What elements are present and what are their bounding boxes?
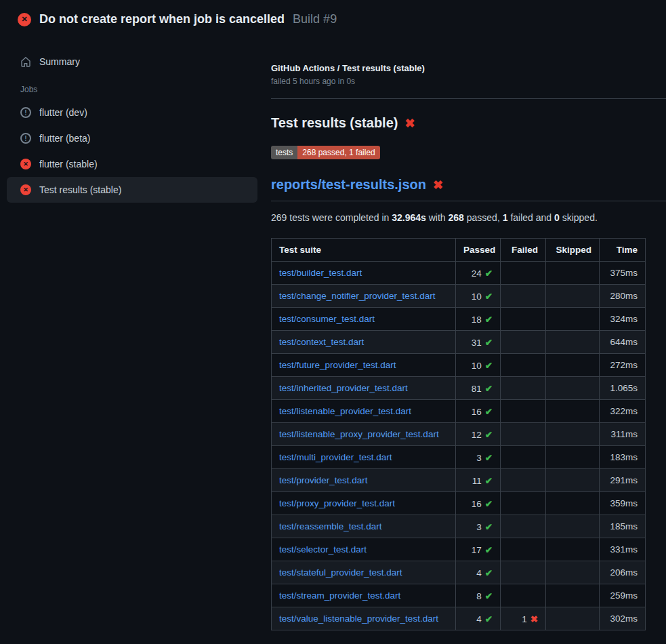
skipped-cell [546,377,600,400]
failed-cell [501,331,546,354]
suite-cell: test/consumer_test.dart [272,308,456,331]
main-content: GitHub Actions / Test results (stable) f… [257,33,666,630]
test-suite-link[interactable]: test/stream_provider_test.dart [279,590,400,601]
test-suite-link[interactable]: test/change_notifier_provider_test.dart [279,291,435,301]
job-label: flutter (beta) [39,133,90,144]
time-cell: 311ms [600,423,646,446]
skipped-cell [546,607,600,630]
failed-cell [501,446,546,469]
test-suite-link[interactable]: test/multi_provider_test.dart [279,452,392,462]
test-suite-link[interactable]: test/value_listenable_provider_test.dart [279,613,438,624]
summary-text: with [426,212,449,223]
suite-cell: test/provider_test.dart [272,469,456,492]
sidebar-job-test-results-stable[interactable]: ✕Test results (stable) [7,177,257,203]
tests-badge: tests 268 passed, 1 failed [271,146,380,159]
suite-cell: test/value_listenable_provider_test.dart [272,607,456,630]
check-icon: ✔ [485,384,493,394]
passed-cell: 10✔ [456,354,501,377]
failed-cell [501,561,546,584]
passed-cell-count: 10 [472,361,482,371]
table-row: test/proxy_provider_test.dart16✔359ms [272,492,646,515]
test-suite-link[interactable]: test/stateful_provider_test.dart [279,567,402,578]
sidebar-job-flutter-beta[interactable]: !flutter (beta) [7,125,257,151]
passed-cell: 18✔ [456,308,501,331]
column-header-time: Time [600,239,646,262]
skipped-cell [546,400,600,423]
passed-cell-count: 17 [472,545,482,555]
passed-cell-count: 18 [472,315,482,325]
skipped-cell [546,492,600,515]
job-label: flutter (stable) [39,159,98,169]
table-row: test/value_listenable_provider_test.dart… [272,607,646,630]
sidebar-job-flutter-stable[interactable]: ✕flutter (stable) [7,151,257,177]
test-suite-link[interactable]: test/proxy_provider_test.dart [279,498,395,508]
test-suite-link[interactable]: test/provider_test.dart [279,475,368,485]
table-row: test/consumer_test.dart18✔324ms [272,308,646,331]
failed-x-icon: ✖ [433,178,443,193]
test-suite-link[interactable]: test/future_provider_test.dart [279,360,396,370]
sidebar: Summary Jobs !flutter (dev)!flutter (bet… [0,33,257,203]
check-icon: ✔ [485,338,493,348]
test-suite-link[interactable]: test/selector_test.dart [279,544,367,555]
check-icon: ✔ [485,430,493,440]
failed-x-icon: ✖ [404,116,415,131]
skipped-cell [546,354,600,377]
suite-cell: test/future_provider_test.dart [272,354,456,377]
failed-cell [501,285,546,308]
check-icon: ✔ [485,291,493,302]
sidebar-item-summary[interactable]: Summary [7,49,257,74]
skipped-cell [546,561,600,584]
failed-cell [501,515,546,538]
sidebar-job-flutter-dev[interactable]: !flutter (dev) [7,100,257,125]
time-cell: 375ms [600,262,646,285]
badge-value: 268 passed, 1 failed [297,146,379,159]
table-row: test/future_provider_test.dart10✔272ms [272,354,646,377]
page-header: ✕ Do not create report when job is cance… [0,0,666,33]
suite-cell: test/proxy_provider_test.dart [272,492,456,515]
suite-cell: test/listenable_provider_test.dart [272,400,456,423]
build-number: Build #9 [293,12,337,26]
check-icon: ✔ [485,361,493,371]
job-label: flutter (dev) [39,107,87,118]
passed-cell: 31✔ [456,331,501,354]
test-suite-link[interactable]: test/inherited_provider_test.dart [279,383,408,393]
passed-cell: 81✔ [456,377,501,400]
jobs-list: !flutter (dev)!flutter (beta)✕flutter (s… [7,100,257,203]
test-suite-link[interactable]: test/builder_test.dart [279,268,362,278]
time-cell: 185ms [600,515,646,538]
table-row: test/selector_test.dart17✔331ms [272,538,646,561]
section-title: Test results (stable) [271,115,398,131]
passed-cell-count: 16 [472,407,482,417]
test-suite-link[interactable]: test/consumer_test.dart [279,314,375,324]
table-row: test/multi_provider_test.dart3✔183ms [272,446,646,469]
table-row: test/provider_test.dart11✔291ms [272,469,646,492]
passed-cell-count: 24 [472,268,482,279]
passed-cell: 16✔ [456,492,501,515]
skipped-cell [546,469,600,492]
passed-cell-count: 3 [476,453,482,463]
check-icon: ✔ [485,614,493,624]
check-icon: ✔ [485,268,493,279]
job-neutral-icon: ! [20,107,31,118]
time-cell: 644ms [600,331,646,354]
check-icon: ✔ [485,407,493,417]
time-cell: 1.065s [600,377,646,400]
report-file-link[interactable]: reports/test-results.json [271,177,426,193]
passed-cell-count: 3 [476,522,482,532]
test-suite-link[interactable]: test/reassemble_test.dart [279,521,382,531]
skipped-cell [546,423,600,446]
report-heading: reports/test-results.json ✖ [271,177,666,201]
table-body: test/builder_test.dart24✔375mstest/chang… [272,262,646,630]
skipped-cell [546,308,600,331]
suite-cell: test/selector_test.dart [272,538,456,561]
suite-cell: test/stream_provider_test.dart [272,584,456,607]
page-title: Do not create report when job is cancell… [39,12,285,26]
x-icon: ✖ [530,614,538,624]
test-suite-link[interactable]: test/listenable_proxy_provider_test.dart [279,429,439,439]
failed-cell [501,377,546,400]
suite-cell: test/reassemble_test.dart [272,515,456,538]
test-suite-link[interactable]: test/context_test.dart [279,337,364,347]
test-suite-link[interactable]: test/listenable_provider_test.dart [279,406,411,416]
time-cell: 259ms [600,584,646,607]
summary-text: failed and [508,212,555,223]
